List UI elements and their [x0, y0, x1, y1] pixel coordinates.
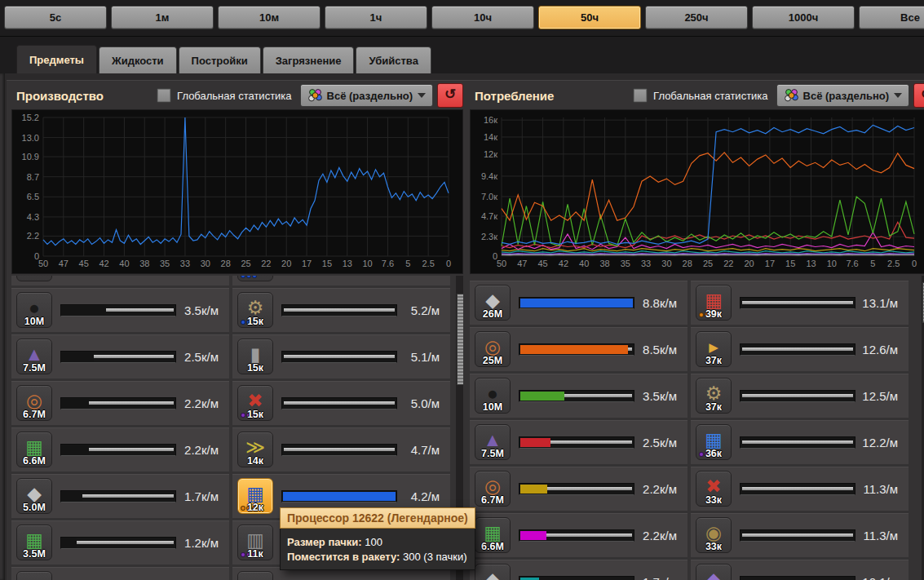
rate-label: 8.8к/м	[634, 296, 687, 310]
rate-label: 2.2к/м	[176, 396, 229, 410]
svg-text:20: 20	[281, 259, 291, 268]
item-icon: ● 10M	[16, 292, 52, 328]
reset-stats-button[interactable]: ↺	[437, 83, 463, 108]
item-row[interactable]: ◆ 26M 8.8к/м	[470, 281, 687, 325]
tab-items[interactable]: Предметы	[16, 45, 97, 74]
item-row[interactable]: ▲ 7.5M 2.5к/м	[470, 420, 687, 464]
item-count: 7.5M	[475, 448, 510, 459]
purple-gem-icon: ◆	[696, 565, 731, 580]
item-row[interactable]: ◆ 1.7к/м	[470, 560, 687, 580]
svg-text:4.7к: 4.7к	[481, 211, 497, 221]
item-count: 15к	[238, 316, 272, 327]
item-row[interactable]	[11, 276, 229, 286]
item-row[interactable]: ◎ 6.7M 2.2к/м	[470, 467, 687, 511]
production-title: Производство	[11, 89, 104, 103]
rate-label: 1.7к/м	[176, 489, 229, 503]
quality-dots	[241, 276, 257, 278]
time-button-7[interactable]: 1000ч	[752, 6, 855, 29]
item-icon: ✖ 33к	[696, 471, 732, 507]
time-button-5[interactable]: 50ч	[538, 6, 641, 29]
production-chartbox: 15.213.010.98.76.54.32.20504745424038353…	[11, 109, 463, 274]
time-button-6[interactable]: 250ч	[645, 6, 748, 29]
item-icon: ◆ 5.0M	[16, 478, 52, 514]
svg-text:30: 30	[661, 259, 671, 268]
rate-label: 2.2к/м	[634, 482, 687, 496]
item-row[interactable]: ▦ 39к 13.1/м	[691, 281, 909, 325]
reset-stats-button[interactable]: ↺	[913, 83, 924, 108]
item-row[interactable]: ✖ 33к 11.3/м	[691, 467, 909, 511]
item-row[interactable]: ▸ 37к 12.6/м	[691, 327, 909, 371]
tab-kills[interactable]: Убийства	[356, 46, 431, 74]
item-row[interactable]: ◆ 5.0M 1.7к/м	[11, 474, 229, 518]
item-row[interactable]: ◎ 6.7M 2.2к/м	[11, 381, 229, 425]
rate-bar	[281, 444, 397, 456]
item-row[interactable]: ● 10M 3.5к/м	[11, 288, 229, 332]
tab-pollution[interactable]: Загрязнение	[263, 46, 355, 74]
consumption-panel: Потребление Глобальная статистика Всё (р…	[465, 80, 924, 580]
scrollbar-thumb[interactable]	[457, 294, 463, 385]
tooltip-line: Поместится в ракету: 300 (3 пачки)	[287, 551, 468, 563]
item-row[interactable]: ⚙ 15к 5.2/м	[232, 288, 450, 332]
svg-text:47: 47	[517, 259, 527, 268]
rate-label: 1.2к/м	[176, 536, 229, 550]
item-row[interactable]: ● 10M 3.5к/м	[470, 374, 687, 418]
item-row[interactable]: ◆	[11, 567, 229, 580]
item-row[interactable]: ≫ 14к 4.7/м	[232, 427, 450, 472]
filter-dropdown-label: Всё (раздельно)	[327, 90, 413, 102]
item-count: 37к	[696, 355, 731, 366]
svg-text:15.2: 15.2	[22, 113, 39, 122]
consumption-list: ◆ 26M 8.8к/м ◎ 25M 8.5к/м ● 10M 3.5к/м	[470, 276, 924, 580]
svg-text:15: 15	[322, 259, 332, 268]
svg-text:4.3: 4.3	[27, 212, 39, 222]
item-row[interactable]	[232, 276, 450, 286]
item-icon: ◆	[16, 571, 52, 580]
item-icon: ▦ 39к	[696, 285, 732, 321]
item-row[interactable]: ◎ 25M 8.5к/м	[470, 327, 687, 371]
global-stats-checkbox[interactable]	[157, 88, 171, 103]
item-row[interactable]: ▦ 36к 12.2/м	[691, 420, 909, 464]
item-row[interactable]: ▦ 3.5M 1.2к/м	[11, 520, 229, 565]
item-row[interactable]: ◉ 33к 11.3/м	[691, 513, 909, 557]
rate-bar	[60, 397, 176, 410]
time-button-4[interactable]: 10ч	[431, 6, 534, 29]
filter-dropdown[interactable]: Всё (раздельно)	[776, 84, 909, 107]
item-count: 12к	[238, 502, 272, 513]
svg-text:50: 50	[38, 259, 48, 268]
item-icon: ● 10M	[475, 378, 511, 414]
item-count: 36к	[696, 448, 731, 459]
item-icon: ▲ 7.5M	[16, 339, 52, 374]
svg-text:17: 17	[765, 259, 775, 268]
item-row[interactable]: ◆ 10.1/м	[691, 560, 909, 580]
tab-buildings[interactable]: Постройки	[179, 46, 261, 74]
rate-bar	[519, 343, 634, 356]
rate-label: 5.1/м	[397, 350, 450, 364]
item-row[interactable]: ▮ 15к 5.1/м	[232, 334, 450, 379]
production-header: Производство Глобальная статистика Всё (…	[11, 83, 463, 108]
item-row[interactable]: ✖ 15к 5.0/м	[232, 381, 450, 425]
svg-text:38: 38	[599, 259, 609, 268]
time-button-0[interactable]: 5с	[4, 6, 107, 29]
item-icon	[237, 276, 273, 281]
tab-fluids[interactable]: Жидкости	[99, 46, 177, 74]
window-frame-edge	[0, 73, 5, 580]
item-icon: ▦ 3.5M	[16, 525, 52, 560]
all-items-flower-icon	[784, 88, 798, 103]
time-button-3[interactable]: 1ч	[325, 6, 427, 29]
time-button-1[interactable]: 1м	[111, 6, 214, 29]
svg-text:14к: 14к	[484, 132, 497, 142]
item-icon: ◆	[475, 564, 511, 580]
item-row[interactable]: ▦ 6.6M 2.2к/м	[470, 513, 687, 557]
svg-text:35: 35	[621, 259, 630, 268]
item-row[interactable]: ⚙ 37к 12.5/м	[691, 374, 909, 418]
svg-text:28: 28	[683, 259, 692, 268]
item-row[interactable]: ▦ 6.6M 2.2к/м	[11, 427, 229, 472]
svg-text:45: 45	[537, 259, 547, 268]
global-stats-checkbox[interactable]	[633, 88, 648, 103]
svg-text:22: 22	[261, 259, 271, 268]
item-row[interactable]: ▲ 7.5M 2.5к/м	[11, 334, 229, 379]
time-button-8[interactable]: Все	[859, 6, 924, 29]
svg-text:5: 5	[405, 259, 410, 268]
time-button-2[interactable]: 10м	[218, 6, 321, 29]
filter-dropdown[interactable]: Всё (раздельно)	[300, 84, 433, 107]
svg-text:42: 42	[559, 259, 568, 268]
